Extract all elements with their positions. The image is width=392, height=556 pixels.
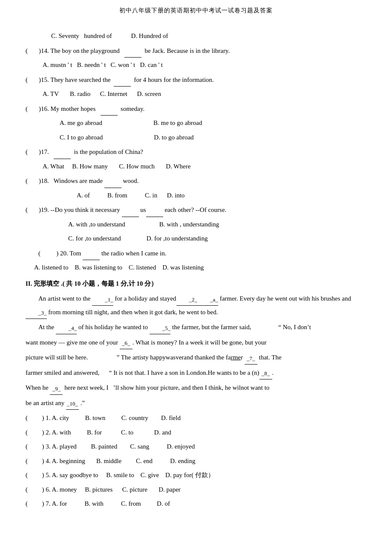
cloze-q6: ( ) 6. A. money B. pictures C. picture D… [26,483,366,497]
q16-blank [101,102,118,116]
blank-1: _1_ [92,294,113,306]
cloze-q5-label: ) 5. A. say goodbye to B. smile to C. gi… [42,472,215,478]
paren-20: ( [38,247,45,261]
cloze-q4-label: ) 4. A. beginning B. middle C. end D. en… [42,458,196,464]
q18-options: A. of B. from C. in D. into [26,189,366,203]
q19-optD: D. for ,to understanding [147,232,208,246]
q18-blank [104,174,121,188]
cloze-q5: ( ) 5. A. say goodbye to B. smile to C. … [26,469,366,482]
blank-9: _9_ [50,383,63,395]
q18-label: )18. Windows are made wood. [39,177,139,184]
question-18: ( )18. Windows are made wood. [26,174,366,188]
blank-10: _10_ [66,398,79,410]
q16-options-row2: C. I to go abroad D. to go abroad [26,131,366,145]
q19-options-row2: C. for ,to understand D. for ,to underst… [26,232,366,246]
q20-blank [83,246,100,261]
blank-5: _5_ [150,322,171,334]
main-content: 初中八年级下册的英语期初中中考试一试卷习题及答案 C. Seventy hund… [26,4,366,511]
question-16: ( )16. My mother hopes someday. [26,102,366,116]
q19-blank2 [146,203,163,217]
paren-18: ( [26,174,32,188]
passage-p1: An artist went to the _1_ for a holiday … [26,292,366,319]
section2-title: II. 完形填空 .( 共 10 小题，每题 1 分,计 10 分） [26,277,366,291]
paren-17: ( [26,145,32,159]
q15-options: A. TV B. radio C. Internet D. screen [26,87,366,101]
passage-p2-line3: picture will still be here. ” The artist… [26,351,366,365]
passage-p2-line6: be an artist any _10_ .” [26,397,366,410]
question-14: ( )14. The boy on the playground be Jack… [26,44,366,58]
q19-options-row1: A. with ,to understand B. with , underst… [26,218,366,232]
cloze-q6-label: ) 6. A. money B. pictures C. picture D. … [42,486,181,493]
q15-blank [114,73,131,87]
page-title: 初中八年级下册的英语期初中中考试一试卷习题及答案 [26,4,366,17]
q19-optA: A. with ,to understand [68,218,125,232]
question-15: ( )15. They have searched the for 4 hour… [26,73,366,87]
blank-8: _8_ [259,368,272,379]
cloze-q4: ( ) 4. A. beginning B. middle C. end D. … [26,455,366,468]
cloze-q2: ( ) 2. A. with B. for C. to D. and [26,426,366,440]
q14-label: )14. The boy on the playground be Jack. … [39,47,230,54]
cloze-q2-label: ) 2. A. with B. for C. to D. and [42,429,171,436]
q19-label: )19. --Do you think it necessary us each… [39,206,226,213]
blank-7: _7_ [245,353,257,365]
cloze-q7: ( ) 7. A. for B. with C. from D. of [26,497,366,511]
paren-19: ( [26,203,32,217]
passage-p2-line4: farmer smiled and answered, “ It is not … [26,366,366,380]
blank-4: _4_ [56,322,77,334]
cloze-q3: ( ) 3. A. played B. painted C. sang D. e… [26,440,366,454]
q17-blank [54,145,71,159]
cloze-q1: ( ) 1. A. city B. town C. country D. fie… [26,411,366,425]
passage-p2-line5: When he _9_ here next week, I ’ll show h… [26,381,366,395]
q16-optD: D. to go abroad [154,131,193,145]
cloze-q7-label: ) 7. A. for B. with C. from D. of [42,500,170,507]
passage-p2-line1: At the _4_ of his holiday he wanted to _… [26,321,366,334]
passage-p2-line2: want money — give me one of your _6_. Wh… [26,336,366,350]
q15-label: )15. They have searched the for 4 hours … [39,76,214,83]
cloze-q1-label: ) 1. A. city B. town C. country D. field [42,414,181,421]
farmer-underline: rme [231,354,241,361]
q19-optC: C. for ,to understand [68,232,121,246]
paren-15: ( [26,73,32,87]
cloze-q3-label: ) 3. A. played B. painted C. sang D. enj… [42,443,195,450]
q20-options: A. listened to B. was listening to C. li… [26,261,366,275]
q17-options: A. What B. How many C. How much D. Where [26,160,366,174]
q16-options-row1: A. me go abroad B. me to go abroad [26,116,366,130]
q16-optA: A. me go abroad [60,116,102,130]
question-20: ( ) 20. Tom the radio when I came in. [26,246,366,261]
option-c-seventy: C. Seventy hundred of D. Hundred of [26,29,366,43]
q17-label: )17. is the population of China? [39,148,143,155]
paren-16: ( [26,102,32,116]
blank-2: _2_ [176,294,198,306]
blank-6: _6_ [120,337,133,349]
q19-blank1 [122,203,139,217]
q14-options: A. mustn ' t B. needn ' t C. won ' t D. … [26,58,366,72]
question-19: ( )19. --Do you think it necessary us ea… [26,203,366,217]
blank-3: _3_ [26,307,47,319]
q20-label: ) 20. Tom the radio when I came in. [56,250,166,257]
q16-optB: B. me to go abroad [153,116,202,130]
paren-14: ( [26,44,32,58]
question-17: ( )17. is the population of China? [26,145,366,159]
q16-optC: C. I to go abroad [60,131,103,145]
q16-label: )16. My mother hopes someday. [39,105,144,112]
q14-blank [124,44,141,58]
blank-2a: _a_ [197,294,218,306]
q19-optB: B. with , understanding [159,218,219,232]
